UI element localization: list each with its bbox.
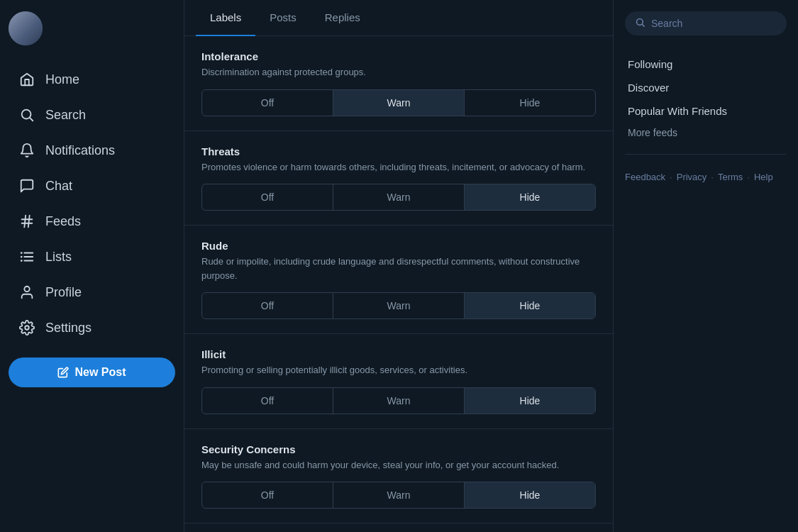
threats-title: Threats (201, 145, 596, 157)
hash-icon (18, 213, 35, 230)
illicit-off-btn[interactable]: Off (202, 388, 333, 414)
divider (625, 154, 787, 155)
avatar[interactable] (9, 11, 43, 45)
search-icon-right (635, 17, 645, 30)
footer-help[interactable]: Help (754, 172, 773, 182)
tab-replies[interactable]: Replies (311, 0, 375, 36)
sidebar-item-home[interactable]: Home (9, 62, 175, 96)
footer-privacy[interactable]: Privacy (677, 172, 707, 182)
labels-content: Intolerance Discrimination against prote… (184, 36, 613, 532)
sidebar-item-search-label: Search (45, 108, 86, 123)
rude-warn-btn[interactable]: Warn (333, 293, 465, 318)
intolerance-desc: Discrimination against protected groups. (201, 65, 596, 79)
security-concerns-section: Security Concerns May be unsafe and coul… (184, 429, 613, 524)
threats-toggle-group: Off Warn Hide (201, 184, 596, 211)
sidebar-item-profile[interactable]: Profile (9, 275, 175, 309)
right-sidebar: Following Discover Popular With Friends … (614, 0, 798, 532)
sidebar-item-chat-label: Chat (45, 179, 72, 194)
rude-toggle-group: Off Warn Hide (201, 292, 596, 319)
security-concerns-hide-btn[interactable]: Hide (465, 482, 595, 508)
svg-point-9 (21, 252, 23, 254)
bell-icon (18, 142, 35, 159)
intolerance-hide-btn[interactable]: Hide (465, 90, 595, 116)
threats-off-btn[interactable]: Off (202, 184, 333, 210)
right-nav-following[interactable]: Following (625, 52, 787, 76)
rude-hide-btn[interactable]: Hide (465, 293, 595, 318)
sidebar-item-feeds-label: Feeds (45, 214, 81, 229)
threats-section: Threats Promotes violence or harm toward… (184, 131, 613, 226)
security-concerns-desc: May be unsafe and could harm your device… (201, 458, 596, 472)
intolerance-off-btn[interactable]: Off (202, 90, 333, 116)
footer-feedback[interactable]: Feedback (625, 172, 665, 182)
svg-line-4 (24, 216, 26, 228)
footer-dot-1: · (670, 172, 672, 182)
rude-desc: Rude or impolite, including crude langua… (201, 255, 596, 282)
security-concerns-title: Security Concerns (201, 443, 596, 455)
intolerance-section: Intolerance Discrimination against prote… (184, 36, 613, 131)
threats-desc: Promotes violence or harm towards others… (201, 160, 596, 174)
unsafe-link-section: Unsafe link Links to harmful sites with … (184, 523, 613, 532)
search-input[interactable] (651, 18, 777, 29)
sidebar-item-settings[interactable]: Settings (9, 311, 175, 345)
illicit-title: Illicit (201, 348, 596, 360)
threats-warn-btn[interactable]: Warn (333, 184, 465, 210)
footer-dot-3: · (747, 172, 750, 182)
sidebar-item-feeds[interactable]: Feeds (9, 204, 175, 238)
security-concerns-warn-btn[interactable]: Warn (333, 482, 465, 508)
tabs-bar: Labels Posts Replies (184, 0, 613, 36)
footer-links: Feedback · Privacy · Terms · Help (625, 172, 787, 182)
threats-hide-btn[interactable]: Hide (465, 184, 595, 210)
rude-title: Rude (201, 240, 596, 252)
person-icon (18, 284, 35, 301)
right-nav-more-feeds[interactable]: More feeds (625, 123, 787, 143)
svg-point-12 (24, 287, 29, 292)
sidebar-item-profile-label: Profile (45, 285, 82, 300)
sidebar: Home Search Notifications Chat (0, 0, 184, 532)
search-box[interactable] (625, 11, 787, 35)
sidebar-item-notifications-label: Notifications (45, 143, 115, 158)
sidebar-item-notifications[interactable]: Notifications (9, 133, 175, 167)
sidebar-item-lists-label: Lists (45, 250, 72, 265)
chat-icon (18, 177, 35, 194)
intolerance-warn-btn[interactable]: Warn (333, 90, 465, 116)
svg-line-5 (28, 216, 30, 228)
sidebar-item-search[interactable]: Search (9, 98, 175, 132)
footer-terms[interactable]: Terms (718, 172, 743, 182)
rude-off-btn[interactable]: Off (202, 293, 333, 318)
intolerance-toggle-group: Off Warn Hide (201, 89, 596, 116)
gear-icon (18, 319, 35, 336)
illicit-toggle-group: Off Warn Hide (201, 387, 596, 414)
svg-point-13 (25, 326, 29, 330)
new-post-button[interactable]: New Post (9, 358, 175, 387)
sidebar-item-settings-label: Settings (45, 321, 92, 336)
sidebar-item-lists[interactable]: Lists (9, 240, 175, 274)
right-nav-popular-with-friends[interactable]: Popular With Friends (625, 99, 787, 123)
illicit-desc: Promoting or selling potentially illicit… (201, 363, 596, 377)
intolerance-title: Intolerance (201, 50, 596, 62)
search-icon (18, 106, 35, 123)
illicit-warn-btn[interactable]: Warn (333, 388, 465, 414)
svg-line-1 (30, 118, 33, 121)
new-post-label: New Post (74, 366, 126, 379)
edit-icon (57, 367, 69, 378)
rude-section: Rude Rude or impolite, including crude l… (184, 226, 613, 334)
security-concerns-toggle-group: Off Warn Hide (201, 482, 596, 509)
sidebar-item-home-label: Home (45, 72, 79, 87)
tab-labels[interactable]: Labels (196, 0, 255, 36)
footer-dot-2: · (711, 172, 714, 182)
security-concerns-off-btn[interactable]: Off (202, 482, 333, 508)
sidebar-item-chat[interactable]: Chat (9, 169, 175, 203)
main-content: Labels Posts Replies Intolerance Discrim… (184, 0, 614, 532)
tab-posts[interactable]: Posts (255, 0, 311, 36)
svg-point-11 (21, 260, 23, 262)
svg-line-15 (642, 24, 644, 26)
svg-point-10 (21, 256, 23, 258)
home-icon (18, 71, 35, 88)
right-nav-discover[interactable]: Discover (625, 76, 787, 99)
list-icon (18, 248, 35, 265)
illicit-section: Illicit Promoting or selling potentially… (184, 334, 613, 429)
illicit-hide-btn[interactable]: Hide (465, 388, 595, 414)
